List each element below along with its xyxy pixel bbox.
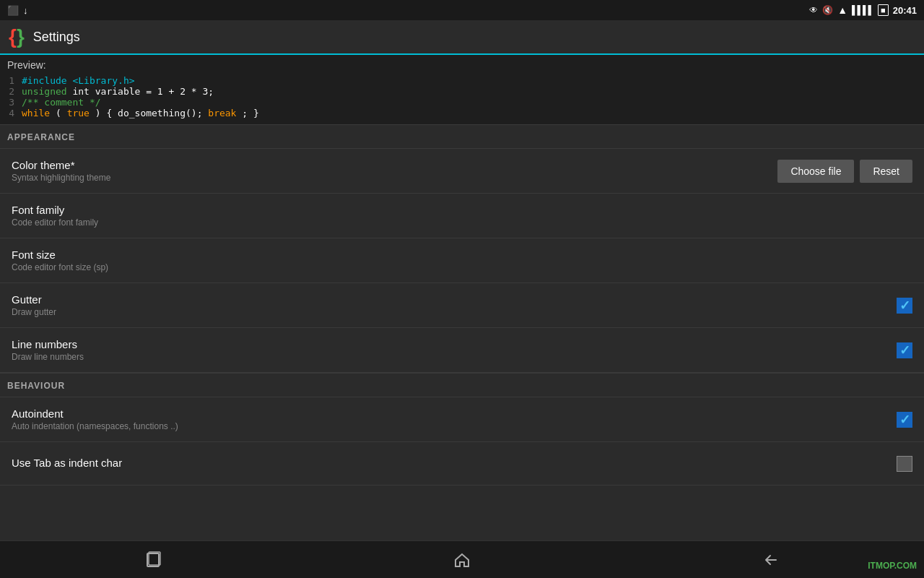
logo-brace-close: } bbox=[17, 25, 25, 48]
setting-use-tab-left: Use Tab as indent char bbox=[12, 457, 122, 470]
code-content-1: #include <Library.h> bbox=[22, 75, 135, 86]
code-content-2: unsigned int variable = 1 + 2 * 3; bbox=[22, 86, 214, 97]
notification-icon: ⬛ bbox=[7, 5, 19, 16]
line-numbers-title: Line numbers bbox=[12, 338, 84, 350]
preview-label: Preview: bbox=[0, 55, 924, 72]
app-logo: { } bbox=[9, 25, 25, 48]
code-content-3: /** comment */ bbox=[22, 97, 101, 108]
setting-line-numbers-right: ✓ bbox=[897, 342, 912, 358]
back-button[interactable] bbox=[733, 545, 808, 574]
battery-icon: ■ bbox=[878, 4, 889, 16]
visibility-icon: 👁 bbox=[809, 5, 818, 15]
recents-button[interactable] bbox=[116, 545, 191, 574]
code-line-2: 2 unsigned int variable = 1 + 2 * 3; bbox=[0, 86, 924, 97]
setting-font-family-left: Font family Code editor font family bbox=[12, 204, 98, 228]
setting-line-numbers[interactable]: Line numbers Draw line numbers ✓ bbox=[0, 328, 924, 373]
setting-use-tab-right bbox=[897, 456, 912, 472]
autoindent-title: Autoindent bbox=[12, 407, 178, 420]
font-family-desc: Code editor font family bbox=[12, 217, 98, 228]
setting-gutter-right: ✓ bbox=[897, 298, 912, 314]
gutter-checkbox[interactable]: ✓ bbox=[897, 298, 912, 314]
setting-font-size[interactable]: Font size Code editor font size (sp) bbox=[0, 238, 924, 283]
setting-gutter[interactable]: Gutter Draw gutter ✓ bbox=[0, 283, 924, 328]
status-bar-right: 👁 🔇 ▲ ▌▌▌▌ ■ 20:41 bbox=[809, 4, 917, 16]
code-line-4: 4 while ( true ) { do_something(); break… bbox=[0, 108, 924, 118]
kw-int: int bbox=[72, 86, 95, 97]
use-tab-checkbox[interactable] bbox=[897, 456, 912, 472]
setting-font-family[interactable]: Font family Code editor font family bbox=[0, 194, 924, 238]
use-tab-title: Use Tab as indent char bbox=[12, 457, 122, 469]
line-num-3: 3 bbox=[0, 97, 22, 108]
code-content-4: while ( true ) { do_something(); break ;… bbox=[22, 108, 259, 118]
kw-variable: variable = 1 + 2 * 3; bbox=[95, 86, 214, 97]
reset-button[interactable]: Reset bbox=[860, 160, 912, 183]
download-icon: ↓ bbox=[23, 5, 28, 16]
gutter-checkmark: ✓ bbox=[899, 298, 910, 314]
code-line-3: 3 /** comment */ bbox=[0, 97, 924, 108]
gutter-title: Gutter bbox=[12, 293, 56, 306]
autoindent-desc: Auto indentation (namespaces, functions … bbox=[12, 421, 178, 431]
code-block: 1 #include <Library.h> 2 unsigned int va… bbox=[0, 72, 924, 124]
setting-color-theme: Color theme* Syntax highlighting theme C… bbox=[0, 149, 924, 194]
title-bar: { } Settings bbox=[0, 20, 924, 55]
home-button[interactable] bbox=[424, 545, 500, 574]
logo-brace-open: { bbox=[9, 25, 17, 48]
section-behaviour: BEHAVIOUR bbox=[0, 373, 924, 397]
autoindent-checkmark: ✓ bbox=[899, 412, 910, 428]
setting-autoindent[interactable]: Autoindent Auto indentation (namespaces,… bbox=[0, 397, 924, 442]
section-appearance: APPEARANCE bbox=[0, 124, 924, 149]
line-num-1: 1 bbox=[0, 75, 22, 86]
section-behaviour-label: BEHAVIOUR bbox=[7, 381, 65, 391]
kw-while: while bbox=[22, 108, 50, 118]
line-num-4: 4 bbox=[0, 108, 22, 118]
line-numbers-desc: Draw line numbers bbox=[12, 352, 84, 362]
wifi-icon: ▲ bbox=[837, 4, 847, 16]
choose-file-button[interactable]: Choose file bbox=[777, 160, 854, 183]
nav-bar bbox=[0, 540, 924, 578]
font-family-title: Font family bbox=[12, 204, 98, 216]
time-display: 20:41 bbox=[893, 5, 917, 16]
line-numbers-checkmark: ✓ bbox=[899, 342, 910, 358]
setting-use-tab[interactable]: Use Tab as indent char bbox=[0, 442, 924, 486]
color-theme-desc: Syntax highlighting theme bbox=[12, 173, 110, 183]
setting-color-theme-right: Choose file Reset bbox=[777, 160, 912, 183]
setting-autoindent-right: ✓ bbox=[897, 412, 912, 428]
line-num-2: 2 bbox=[0, 86, 22, 97]
setting-font-size-left: Font size Code editor font size (sp) bbox=[12, 249, 108, 272]
volume-mute-icon: 🔇 bbox=[822, 5, 833, 15]
page-title: Settings bbox=[33, 30, 80, 45]
line-numbers-checkbox[interactable]: ✓ bbox=[897, 342, 912, 358]
code-line-1: 1 #include <Library.h> bbox=[0, 75, 924, 86]
setting-autoindent-left: Autoindent Auto indentation (namespaces,… bbox=[12, 407, 178, 431]
preview-area: Preview: 1 #include <Library.h> 2 unsign… bbox=[0, 55, 924, 124]
settings-scroll[interactable]: APPEARANCE Color theme* Syntax highlight… bbox=[0, 124, 924, 540]
autoindent-checkbox[interactable]: ✓ bbox=[897, 412, 912, 428]
font-size-title: Font size bbox=[12, 249, 108, 261]
setting-color-theme-left: Color theme* Syntax highlighting theme bbox=[12, 159, 110, 183]
kw-unsigned: unsigned bbox=[22, 86, 67, 97]
setting-line-numbers-left: Line numbers Draw line numbers bbox=[12, 338, 84, 362]
color-theme-title: Color theme* bbox=[12, 159, 110, 171]
setting-gutter-left: Gutter Draw gutter bbox=[12, 293, 56, 317]
signal-icon: ▌▌▌▌ bbox=[852, 5, 873, 15]
status-bar-left: ⬛ ↓ bbox=[7, 5, 28, 16]
section-appearance-label: APPEARANCE bbox=[7, 132, 75, 142]
font-size-desc: Code editor font size (sp) bbox=[12, 262, 108, 272]
gutter-desc: Draw gutter bbox=[12, 307, 56, 317]
status-bar: ⬛ ↓ 👁 🔇 ▲ ▌▌▌▌ ■ 20:41 bbox=[0, 0, 924, 20]
